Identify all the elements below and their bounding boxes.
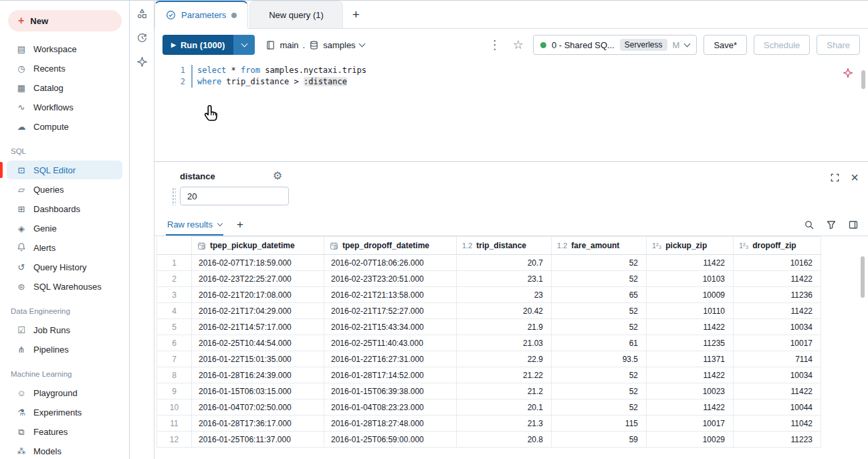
table-row[interactable]: 32016-02-21T20:17:08.0002016-02-21T21:13… xyxy=(157,287,835,303)
table-cell[interactable]: 20.7 xyxy=(457,255,552,271)
sidebar-item-experiments[interactable]: ⚗ Experiments xyxy=(7,403,122,422)
run-options-button[interactable] xyxy=(233,35,255,55)
sidebar-item-catalog[interactable]: ▦ Catalog xyxy=(7,78,122,97)
table-cell[interactable]: 10034 xyxy=(734,319,821,335)
table-cell[interactable]: 23.1 xyxy=(457,271,552,287)
table-cell[interactable]: 11235 xyxy=(647,335,734,351)
table-cell[interactable]: 2016-02-21T21:13:58.000 xyxy=(324,287,457,303)
table-cell[interactable]: 59 xyxy=(552,432,647,448)
sidebar-item-workspace[interactable]: ▤ Workspace xyxy=(7,39,122,58)
table-cell[interactable]: 52 xyxy=(552,367,647,383)
table-cell[interactable]: 11223 xyxy=(734,432,821,448)
table-cell[interactable]: 61 xyxy=(552,335,647,351)
table-cell[interactable]: 20.42 xyxy=(457,303,552,319)
sidebar-item-genie[interactable]: ◈ Genie xyxy=(7,219,122,238)
table-cell[interactable]: 52 xyxy=(552,399,647,416)
table-cell[interactable]: 2016-02-07T17:18:59.000 xyxy=(192,255,324,271)
star-icon[interactable]: ☆ xyxy=(510,37,526,52)
table-cell[interactable]: 65 xyxy=(552,287,647,303)
assistant-sparkle-icon[interactable] xyxy=(843,68,853,80)
tab-parameters[interactable]: Parameters xyxy=(154,1,248,29)
sidebar-item-queries[interactable]: ▱ Queries xyxy=(7,180,122,199)
table-cell[interactable]: 20.1 xyxy=(457,399,552,416)
table-cell[interactable]: 2016-02-07T18:06:26.000 xyxy=(324,255,457,271)
table-cell[interactable]: 2016-02-21T17:52:27.000 xyxy=(324,303,457,319)
table-cell[interactable]: 20.8 xyxy=(457,432,552,448)
table-cell[interactable]: 2016-02-21T14:57:17.000 xyxy=(192,319,324,335)
add-tab-button[interactable]: + xyxy=(352,7,360,22)
table-row[interactable]: 12016-02-07T17:18:59.0002016-02-07T18:06… xyxy=(157,255,835,271)
table-cell[interactable]: 11422 xyxy=(647,319,734,335)
table-cell[interactable]: 7114 xyxy=(734,351,821,367)
share-button[interactable]: Share xyxy=(817,35,860,55)
table-cell[interactable]: 21.9 xyxy=(457,319,552,335)
sidebar-item-features[interactable]: ⧉ Features xyxy=(7,422,122,441)
table-row[interactable]: 22016-02-23T22:25:27.0002016-02-23T23:20… xyxy=(157,271,835,287)
table-row[interactable]: 102016-01-04T07:02:50.0002016-01-04T08:2… xyxy=(157,399,835,416)
table-cell[interactable]: 11422 xyxy=(734,303,821,319)
tab-raw-results[interactable]: Raw results xyxy=(166,214,223,236)
table-row[interactable]: 42016-02-21T17:04:29.0002016-02-21T17:52… xyxy=(157,303,835,319)
table-cell[interactable]: 2016-01-22T15:01:35.000 xyxy=(192,351,324,367)
table-cell[interactable]: 2016-01-28T18:27:48.000 xyxy=(324,416,457,432)
column-header-tpep-dropoff-datetime[interactable]: tpep_dropoff_datetime xyxy=(324,237,457,255)
table-cell[interactable]: 11042 xyxy=(734,416,821,432)
schedule-button[interactable]: Schedule xyxy=(754,35,810,55)
table-cell[interactable]: 22.9 xyxy=(457,351,552,367)
sidebar-item-dashboards[interactable]: ⊞ Dashboards xyxy=(7,199,122,218)
table-cell[interactable]: 10017 xyxy=(647,416,734,432)
table-cell[interactable]: 2016-01-04T07:02:50.000 xyxy=(192,399,324,416)
table-cell[interactable]: 11422 xyxy=(647,399,734,416)
sidebar-item-query-history[interactable]: ↺ Query History xyxy=(7,258,122,276)
column-header-tpep-pickup-datetime[interactable]: tpep_pickup_datetime xyxy=(192,237,324,255)
warehouse-selector[interactable]: 0 - Shared SQ... Serverless M xyxy=(533,35,697,55)
results-scrollbar[interactable] xyxy=(861,256,865,298)
new-button[interactable]: + New xyxy=(8,10,122,31)
sidebar-item-alerts[interactable]: Alerts xyxy=(7,238,122,257)
table-cell[interactable]: 10009 xyxy=(647,287,734,303)
gear-icon[interactable]: ⚙ xyxy=(273,171,282,181)
table-cell[interactable]: 10029 xyxy=(647,432,734,448)
table-cell[interactable]: 11422 xyxy=(734,271,821,287)
table-cell[interactable]: 10110 xyxy=(647,303,734,319)
sql-editor[interactable]: 1 select * from samples.nyctaxi.trips 2 … xyxy=(154,61,868,161)
table-cell[interactable]: 11422 xyxy=(734,383,821,399)
column-header-fare-amount[interactable]: 1.2fare_amount xyxy=(552,237,647,255)
table-cell[interactable]: 115 xyxy=(552,416,647,432)
table-row[interactable]: 82016-01-28T16:24:39.0002016-01-28T17:14… xyxy=(157,367,835,383)
table-cell[interactable]: 2016-02-21T20:17:08.000 xyxy=(192,287,324,303)
table-cell[interactable]: 2016-01-15T06:39:38.000 xyxy=(324,383,457,399)
table-cell[interactable]: 52 xyxy=(552,303,647,319)
table-cell[interactable]: 21.03 xyxy=(457,335,552,351)
table-cell[interactable]: 2016-02-23T23:20:51.000 xyxy=(324,271,457,287)
sidebar-item-playground[interactable]: ☺ Playground xyxy=(7,383,122,402)
table-cell[interactable]: 2016-01-28T16:24:39.000 xyxy=(192,367,324,383)
table-cell[interactable]: 21.3 xyxy=(457,416,552,432)
table-cell[interactable]: 11422 xyxy=(647,255,734,271)
sidebar-item-models[interactable]: ⁂ Models xyxy=(7,442,122,459)
sidebar-item-sql-editor[interactable]: ⊡ SQL Editor xyxy=(7,161,122,179)
expand-icon[interactable] xyxy=(830,173,840,183)
table-row[interactable]: 52016-02-21T14:57:17.0002016-02-21T15:43… xyxy=(157,319,835,335)
table-cell[interactable]: 2016-01-04T08:23:23.000 xyxy=(324,399,457,416)
table-row[interactable]: 72016-01-22T15:01:35.0002016-01-22T16:27… xyxy=(157,351,835,367)
save-button[interactable]: Save* xyxy=(703,35,747,55)
table-cell[interactable]: 52 xyxy=(552,271,647,287)
table-cell[interactable]: 52 xyxy=(552,319,647,335)
column-header-dropoff-zip[interactable]: 1²₃dropoff_zip xyxy=(734,237,821,255)
table-cell[interactable]: 2016-02-25T11:40:43.000 xyxy=(324,335,457,351)
sidebar-item-sql-warehouses[interactable]: ⊜ SQL Warehouses xyxy=(7,277,122,296)
parameter-input[interactable] xyxy=(180,187,289,205)
table-cell[interactable]: 93.5 xyxy=(552,351,647,367)
table-row[interactable]: 62016-02-25T10:44:54.0002016-02-25T11:40… xyxy=(157,335,835,351)
table-cell[interactable]: 2016-02-21T15:43:34.000 xyxy=(324,319,457,335)
table-cell[interactable]: 2016-02-25T10:44:54.000 xyxy=(192,335,324,351)
close-icon[interactable]: × xyxy=(851,171,859,184)
table-cell[interactable]: 10044 xyxy=(734,399,821,416)
history-panel-icon[interactable] xyxy=(136,32,148,43)
add-visualization-button[interactable]: + xyxy=(237,218,243,232)
table-cell[interactable]: 2016-01-15T06:03:15.000 xyxy=(192,383,324,399)
table-cell[interactable]: 21.22 xyxy=(457,367,552,383)
table-cell[interactable]: 2016-01-22T16:27:31.000 xyxy=(324,351,457,367)
table-cell[interactable]: 2016-01-25T06:59:00.000 xyxy=(324,432,457,448)
